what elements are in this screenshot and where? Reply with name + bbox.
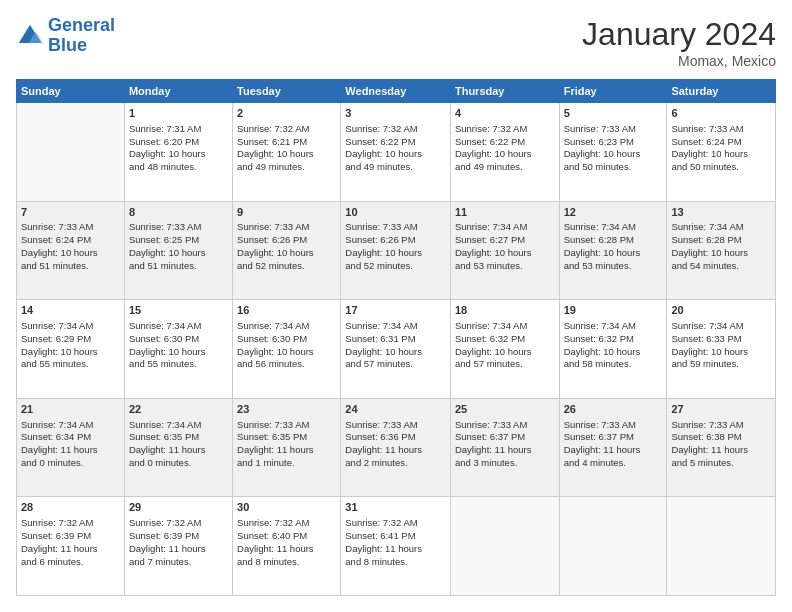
day-info: Sunrise: 7:34 AM Sunset: 6:29 PM Dayligh…	[21, 320, 120, 371]
day-info: Sunrise: 7:34 AM Sunset: 6:27 PM Dayligh…	[455, 221, 555, 272]
calendar-cell: 7Sunrise: 7:33 AM Sunset: 6:24 PM Daylig…	[17, 201, 125, 300]
day-number: 22	[129, 402, 228, 417]
day-info: Sunrise: 7:33 AM Sunset: 6:24 PM Dayligh…	[21, 221, 120, 272]
day-info: Sunrise: 7:32 AM Sunset: 6:22 PM Dayligh…	[345, 123, 446, 174]
page: General Blue January 2024 Momax, Mexico …	[0, 0, 792, 612]
day-info: Sunrise: 7:34 AM Sunset: 6:28 PM Dayligh…	[564, 221, 663, 272]
week-row-4: 21Sunrise: 7:34 AM Sunset: 6:34 PM Dayli…	[17, 398, 776, 497]
day-number: 13	[671, 205, 771, 220]
week-row-2: 7Sunrise: 7:33 AM Sunset: 6:24 PM Daylig…	[17, 201, 776, 300]
day-info: Sunrise: 7:34 AM Sunset: 6:31 PM Dayligh…	[345, 320, 446, 371]
calendar-cell: 4Sunrise: 7:32 AM Sunset: 6:22 PM Daylig…	[450, 103, 559, 202]
day-number: 10	[345, 205, 446, 220]
day-number: 18	[455, 303, 555, 318]
day-number: 24	[345, 402, 446, 417]
logo-icon	[16, 22, 44, 50]
day-info: Sunrise: 7:33 AM Sunset: 6:37 PM Dayligh…	[564, 419, 663, 470]
day-info: Sunrise: 7:34 AM Sunset: 6:34 PM Dayligh…	[21, 419, 120, 470]
day-number: 15	[129, 303, 228, 318]
calendar-cell: 28Sunrise: 7:32 AM Sunset: 6:39 PM Dayli…	[17, 497, 125, 596]
day-number: 25	[455, 402, 555, 417]
calendar-cell: 2Sunrise: 7:32 AM Sunset: 6:21 PM Daylig…	[233, 103, 341, 202]
day-number: 19	[564, 303, 663, 318]
calendar-cell: 6Sunrise: 7:33 AM Sunset: 6:24 PM Daylig…	[667, 103, 776, 202]
col-header-friday: Friday	[559, 80, 667, 103]
day-number: 9	[237, 205, 336, 220]
day-number: 4	[455, 106, 555, 121]
col-header-sunday: Sunday	[17, 80, 125, 103]
day-number: 12	[564, 205, 663, 220]
header-row: SundayMondayTuesdayWednesdayThursdayFrid…	[17, 80, 776, 103]
day-number: 3	[345, 106, 446, 121]
col-header-tuesday: Tuesday	[233, 80, 341, 103]
day-info: Sunrise: 7:32 AM Sunset: 6:21 PM Dayligh…	[237, 123, 336, 174]
calendar-cell	[667, 497, 776, 596]
calendar-cell: 30Sunrise: 7:32 AM Sunset: 6:40 PM Dayli…	[233, 497, 341, 596]
calendar-cell: 25Sunrise: 7:33 AM Sunset: 6:37 PM Dayli…	[450, 398, 559, 497]
logo-blue: Blue	[48, 35, 87, 55]
subtitle: Momax, Mexico	[582, 53, 776, 69]
day-info: Sunrise: 7:34 AM Sunset: 6:28 PM Dayligh…	[671, 221, 771, 272]
day-info: Sunrise: 7:33 AM Sunset: 6:26 PM Dayligh…	[345, 221, 446, 272]
calendar-cell: 1Sunrise: 7:31 AM Sunset: 6:20 PM Daylig…	[124, 103, 232, 202]
calendar-cell: 18Sunrise: 7:34 AM Sunset: 6:32 PM Dayli…	[450, 300, 559, 399]
day-info: Sunrise: 7:33 AM Sunset: 6:37 PM Dayligh…	[455, 419, 555, 470]
calendar-cell: 17Sunrise: 7:34 AM Sunset: 6:31 PM Dayli…	[341, 300, 451, 399]
col-header-saturday: Saturday	[667, 80, 776, 103]
col-header-monday: Monday	[124, 80, 232, 103]
calendar-cell: 19Sunrise: 7:34 AM Sunset: 6:32 PM Dayli…	[559, 300, 667, 399]
day-info: Sunrise: 7:34 AM Sunset: 6:30 PM Dayligh…	[129, 320, 228, 371]
calendar-cell: 21Sunrise: 7:34 AM Sunset: 6:34 PM Dayli…	[17, 398, 125, 497]
calendar-cell: 20Sunrise: 7:34 AM Sunset: 6:33 PM Dayli…	[667, 300, 776, 399]
calendar-cell: 8Sunrise: 7:33 AM Sunset: 6:25 PM Daylig…	[124, 201, 232, 300]
day-info: Sunrise: 7:32 AM Sunset: 6:39 PM Dayligh…	[21, 517, 120, 568]
calendar-cell: 5Sunrise: 7:33 AM Sunset: 6:23 PM Daylig…	[559, 103, 667, 202]
day-info: Sunrise: 7:33 AM Sunset: 6:36 PM Dayligh…	[345, 419, 446, 470]
day-number: 31	[345, 500, 446, 515]
day-info: Sunrise: 7:34 AM Sunset: 6:32 PM Dayligh…	[564, 320, 663, 371]
day-number: 17	[345, 303, 446, 318]
calendar-cell: 10Sunrise: 7:33 AM Sunset: 6:26 PM Dayli…	[341, 201, 451, 300]
day-info: Sunrise: 7:33 AM Sunset: 6:35 PM Dayligh…	[237, 419, 336, 470]
day-info: Sunrise: 7:32 AM Sunset: 6:40 PM Dayligh…	[237, 517, 336, 568]
day-number: 14	[21, 303, 120, 318]
calendar-cell: 27Sunrise: 7:33 AM Sunset: 6:38 PM Dayli…	[667, 398, 776, 497]
calendar-cell: 14Sunrise: 7:34 AM Sunset: 6:29 PM Dayli…	[17, 300, 125, 399]
day-number: 23	[237, 402, 336, 417]
day-info: Sunrise: 7:34 AM Sunset: 6:33 PM Dayligh…	[671, 320, 771, 371]
logo-general: General	[48, 15, 115, 35]
logo: General Blue	[16, 16, 115, 56]
calendar-cell: 29Sunrise: 7:32 AM Sunset: 6:39 PM Dayli…	[124, 497, 232, 596]
day-info: Sunrise: 7:33 AM Sunset: 6:24 PM Dayligh…	[671, 123, 771, 174]
day-info: Sunrise: 7:34 AM Sunset: 6:32 PM Dayligh…	[455, 320, 555, 371]
day-number: 2	[237, 106, 336, 121]
day-number: 16	[237, 303, 336, 318]
main-title: January 2024	[582, 16, 776, 53]
day-number: 29	[129, 500, 228, 515]
day-info: Sunrise: 7:33 AM Sunset: 6:38 PM Dayligh…	[671, 419, 771, 470]
calendar-cell: 9Sunrise: 7:33 AM Sunset: 6:26 PM Daylig…	[233, 201, 341, 300]
day-number: 21	[21, 402, 120, 417]
day-number: 30	[237, 500, 336, 515]
day-number: 5	[564, 106, 663, 121]
calendar-cell: 12Sunrise: 7:34 AM Sunset: 6:28 PM Dayli…	[559, 201, 667, 300]
day-number: 6	[671, 106, 771, 121]
day-info: Sunrise: 7:34 AM Sunset: 6:30 PM Dayligh…	[237, 320, 336, 371]
calendar-cell: 11Sunrise: 7:34 AM Sunset: 6:27 PM Dayli…	[450, 201, 559, 300]
calendar-cell: 31Sunrise: 7:32 AM Sunset: 6:41 PM Dayli…	[341, 497, 451, 596]
calendar-cell: 16Sunrise: 7:34 AM Sunset: 6:30 PM Dayli…	[233, 300, 341, 399]
day-number: 20	[671, 303, 771, 318]
day-info: Sunrise: 7:32 AM Sunset: 6:41 PM Dayligh…	[345, 517, 446, 568]
logo-text: General Blue	[48, 16, 115, 56]
day-info: Sunrise: 7:32 AM Sunset: 6:39 PM Dayligh…	[129, 517, 228, 568]
day-number: 26	[564, 402, 663, 417]
day-info: Sunrise: 7:33 AM Sunset: 6:23 PM Dayligh…	[564, 123, 663, 174]
calendar-cell: 3Sunrise: 7:32 AM Sunset: 6:22 PM Daylig…	[341, 103, 451, 202]
calendar-cell: 24Sunrise: 7:33 AM Sunset: 6:36 PM Dayli…	[341, 398, 451, 497]
day-number: 28	[21, 500, 120, 515]
calendar-cell: 26Sunrise: 7:33 AM Sunset: 6:37 PM Dayli…	[559, 398, 667, 497]
calendar-cell	[17, 103, 125, 202]
calendar-cell: 22Sunrise: 7:34 AM Sunset: 6:35 PM Dayli…	[124, 398, 232, 497]
week-row-5: 28Sunrise: 7:32 AM Sunset: 6:39 PM Dayli…	[17, 497, 776, 596]
calendar-cell: 23Sunrise: 7:33 AM Sunset: 6:35 PM Dayli…	[233, 398, 341, 497]
